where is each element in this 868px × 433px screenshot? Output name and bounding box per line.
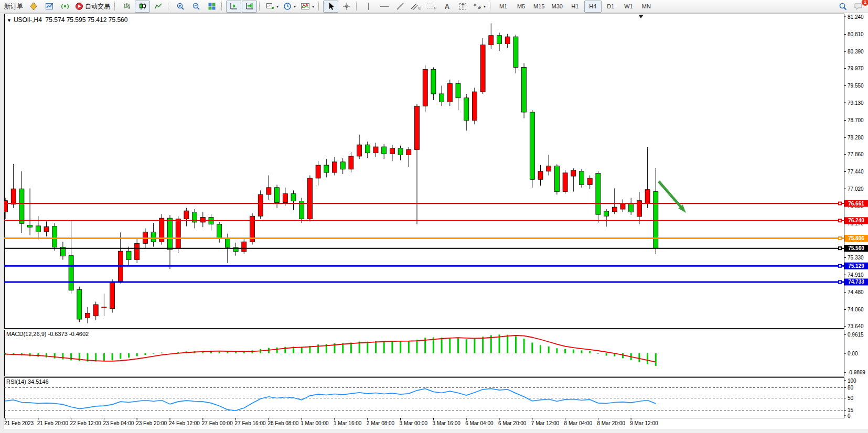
- text-label-button[interactable]: T: [455, 1, 470, 13]
- timeframe-m5[interactable]: M5: [512, 1, 530, 13]
- horizontal-line-button[interactable]: [377, 1, 392, 13]
- ohlc-values: 75.574 75.595 75.412 75.560: [46, 16, 128, 24]
- bar-chart-button[interactable]: [119, 1, 134, 13]
- equidistant-channel-button[interactable]: E: [408, 1, 423, 13]
- time-tick: 2 Mar 08:00: [367, 420, 395, 426]
- chevron-down-icon[interactable]: ▾: [294, 4, 296, 9]
- horizontal-line-icon: [380, 2, 389, 10]
- candle-body: [110, 282, 115, 309]
- chevron-down-icon[interactable]: ▾: [276, 4, 278, 9]
- crosshair-icon: [342, 2, 351, 10]
- channel-letter: E: [419, 6, 421, 10]
- search-button[interactable]: [835, 1, 850, 13]
- timeframe-w1[interactable]: W1: [620, 1, 637, 13]
- search-icon: [839, 2, 847, 10]
- timeframe-h1[interactable]: H1: [566, 1, 584, 13]
- auto-trading-button[interactable]: 自动交易: [73, 1, 112, 13]
- signal-icon: [61, 2, 69, 10]
- rsi-indicator-label: RSI(14) 34.5146: [6, 378, 49, 385]
- chart-canvas[interactable]: 81.24080.81080.39079.97079.55079.13078.7…: [0, 0, 868, 433]
- timeframe-h4[interactable]: H4: [584, 1, 602, 13]
- quick-menu-icon[interactable]: ▼: [7, 18, 12, 23]
- candle-body: [522, 67, 527, 112]
- candles-layer: [3, 23, 658, 323]
- candle-body: [554, 166, 559, 192]
- price-tag-label: 76.240: [848, 218, 864, 223]
- chevron-down-icon[interactable]: ▾: [484, 4, 486, 9]
- candle-body: [571, 170, 576, 176]
- rsi-line: [5, 388, 656, 410]
- candle-body: [19, 189, 24, 223]
- candle-body: [415, 106, 420, 149]
- candle-body: [398, 148, 403, 155]
- arrows-button[interactable]: ▾: [471, 1, 488, 13]
- time-tick: 23 Feb 20:00: [136, 420, 167, 426]
- candle-body: [480, 45, 485, 92]
- period-button[interactable]: ▾: [281, 1, 298, 13]
- candle-body: [291, 193, 296, 201]
- timeframe-m15[interactable]: M15: [530, 1, 548, 13]
- signals-button[interactable]: [57, 1, 72, 13]
- text-tool-icon: A: [445, 3, 449, 10]
- pane-border: [5, 330, 844, 376]
- price-tick: 74.060: [848, 307, 864, 312]
- time-tick: 3 Mar 16:00: [432, 420, 460, 426]
- candle-body: [390, 148, 394, 154]
- candle-body: [365, 145, 370, 153]
- zoom-out-button[interactable]: [188, 1, 203, 13]
- line-chart-button[interactable]: [151, 1, 166, 13]
- rsi-tick: 0: [848, 413, 851, 419]
- timeframe-m1[interactable]: M1: [495, 1, 512, 13]
- auto-scroll-button[interactable]: [226, 1, 241, 13]
- price-tick: 78.700: [848, 117, 864, 123]
- cursor-button[interactable]: [323, 1, 338, 13]
- time-tick: 28 Feb 08:00: [267, 420, 298, 426]
- candle-body: [11, 189, 16, 204]
- price-tick: 80.810: [848, 31, 864, 37]
- candle-body: [36, 226, 40, 232]
- candle-body: [102, 307, 106, 308]
- indicators-button[interactable]: ▾: [298, 1, 316, 13]
- timeframe-d1[interactable]: D1: [602, 1, 619, 13]
- candle-body: [333, 162, 337, 172]
- candlestick-chart-button[interactable]: [135, 1, 150, 13]
- time-tick: 21 Feb 20:00: [37, 420, 68, 426]
- fibonacci-button[interactable]: F: [424, 1, 439, 13]
- candle-body: [447, 84, 452, 102]
- vertical-line-button[interactable]: [361, 1, 376, 13]
- indicators-icon: [301, 2, 310, 10]
- candle-body: [217, 224, 222, 239]
- candle-body: [489, 36, 494, 45]
- market-watch-button[interactable]: [41, 1, 57, 13]
- price-tick: 77.440: [848, 169, 864, 175]
- time-tick: 9 Mar 12:00: [630, 420, 658, 426]
- timeframe-mn[interactable]: MN: [638, 1, 655, 13]
- shift-marker-icon[interactable]: [638, 15, 644, 18]
- text-label-icon: T: [459, 3, 466, 10]
- candle-body: [620, 204, 625, 209]
- window-bottom-edge: [0, 429, 868, 433]
- trend-arrow-shaft[interactable]: [659, 181, 682, 208]
- trendline-button[interactable]: [392, 1, 408, 13]
- candle-body: [497, 36, 502, 44]
- metaeditor-button[interactable]: [26, 1, 41, 13]
- crosshair-button[interactable]: [339, 1, 354, 13]
- price-tick: 79.970: [848, 66, 864, 71]
- rsi-tick: 50: [848, 395, 854, 401]
- notification-badge: 1: [861, 0, 868, 6]
- zoom-in-button[interactable]: [173, 1, 188, 13]
- new-chart-button[interactable]: ▾: [264, 1, 281, 13]
- candlestick-icon: [138, 2, 147, 10]
- chevron-down-icon[interactable]: ▾: [312, 4, 314, 9]
- chart-shift-button[interactable]: [242, 1, 257, 13]
- price-tick: 79.550: [848, 83, 864, 89]
- candle-body: [126, 251, 131, 259]
- timeframe-m30[interactable]: M30: [548, 1, 565, 13]
- notifications-button[interactable]: 1: [851, 1, 866, 13]
- text-button[interactable]: A: [440, 1, 455, 13]
- chart-shift-icon: [245, 2, 254, 10]
- candle-body: [653, 192, 658, 248]
- candle-body: [168, 218, 173, 250]
- new-order-button[interactable]: 新订单: [2, 1, 25, 13]
- tile-windows-button[interactable]: [204, 1, 219, 13]
